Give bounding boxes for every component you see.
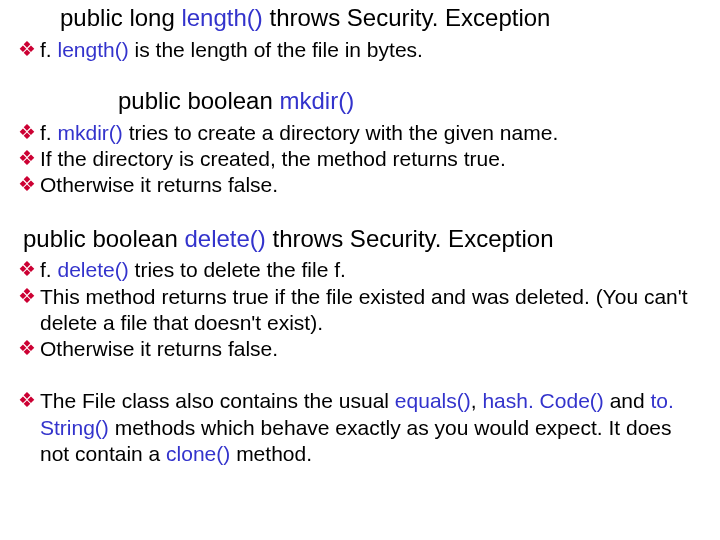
bullet-text: Otherwise it returns false. xyxy=(40,172,278,198)
heading-text-post: throws Security. Exception xyxy=(266,225,554,252)
heading-text-hl: delete() xyxy=(184,225,265,252)
bullet-pre: f. xyxy=(40,121,58,144)
bullet-text: f. delete() tries to delete the file f. xyxy=(40,257,346,283)
list-item: ❖ If the directory is created, the metho… xyxy=(18,146,702,172)
bullet-text: Otherwise it returns false. xyxy=(40,336,278,362)
heading-text-post: throws Security. Exception xyxy=(263,4,551,31)
heading-text-hl: length() xyxy=(181,4,262,31)
heading-text-pre: public boolean xyxy=(23,225,184,252)
heading-text-hl: mkdir() xyxy=(279,87,354,114)
bullet-post: tries to create a directory with the giv… xyxy=(123,121,558,144)
list-item: ❖ f. length() is the length of the file … xyxy=(18,37,702,63)
list-item: ❖ The File class also contains the usual… xyxy=(18,388,702,467)
list-item: ❖ This method returns true if the file e… xyxy=(18,284,702,337)
list-item: ❖ Otherwise it returns false. xyxy=(18,336,702,362)
bullet-pre: This method returns true if the file exi… xyxy=(40,285,688,334)
diamond-icon: ❖ xyxy=(18,172,40,197)
diamond-icon: ❖ xyxy=(18,284,40,309)
heading-text-pre: public long xyxy=(60,4,181,31)
list-item: ❖ f. delete() tries to delete the file f… xyxy=(18,257,702,283)
diamond-icon: ❖ xyxy=(18,146,40,171)
list-item: ❖ f. mkdir() tries to create a directory… xyxy=(18,120,702,146)
diamond-icon: ❖ xyxy=(18,257,40,282)
seg: method. xyxy=(230,442,312,465)
bullet-text: f. length() is the length of the file in… xyxy=(40,37,423,63)
bullet-pre: Otherwise it returns false. xyxy=(40,173,278,196)
seg: , xyxy=(471,389,483,412)
slide-content: public long length() throws Security. Ex… xyxy=(0,0,720,485)
bullet-hl: mkdir() xyxy=(58,121,123,144)
seg: and xyxy=(604,389,651,412)
bullets-length: ❖ f. length() is the length of the file … xyxy=(18,37,702,63)
seg: The File class also contains the usual xyxy=(40,389,395,412)
bullet-pre: Otherwise it returns false. xyxy=(40,337,278,360)
seg-hl: hash. Code() xyxy=(482,389,603,412)
bullet-hl: length() xyxy=(58,38,129,61)
heading-delete: public boolean delete() throws Security.… xyxy=(18,225,702,254)
seg: methods which behave exactly as you woul… xyxy=(40,416,672,465)
bullet-hl: delete() xyxy=(58,258,129,281)
bullet-pre: If the directory is created, the method … xyxy=(40,147,506,170)
diamond-icon: ❖ xyxy=(18,37,40,62)
bullets-mkdir: ❖ f. mkdir() tries to create a directory… xyxy=(18,120,702,199)
bullet-post: is the length of the file in bytes. xyxy=(129,38,423,61)
list-item: ❖ Otherwise it returns false. xyxy=(18,172,702,198)
bullet-text: The File class also contains the usual e… xyxy=(40,388,702,467)
seg-hl: equals() xyxy=(395,389,471,412)
bullet-text: If the directory is created, the method … xyxy=(40,146,506,172)
bullet-text: f. mkdir() tries to create a directory w… xyxy=(40,120,558,146)
diamond-icon: ❖ xyxy=(18,388,40,413)
bullets-file-class: ❖ The File class also contains the usual… xyxy=(18,388,702,467)
bullet-post: tries to delete the file f. xyxy=(129,258,346,281)
seg-hl: clone() xyxy=(166,442,230,465)
bullets-delete: ❖ f. delete() tries to delete the file f… xyxy=(18,257,702,362)
diamond-icon: ❖ xyxy=(18,336,40,361)
diamond-icon: ❖ xyxy=(18,120,40,145)
bullet-pre: f. xyxy=(40,38,58,61)
bullet-text: This method returns true if the file exi… xyxy=(40,284,702,337)
heading-text-pre: public boolean xyxy=(118,87,279,114)
heading-length: public long length() throws Security. Ex… xyxy=(18,4,702,33)
bullet-pre: f. xyxy=(40,258,58,281)
heading-mkdir: public boolean mkdir() xyxy=(18,87,702,116)
